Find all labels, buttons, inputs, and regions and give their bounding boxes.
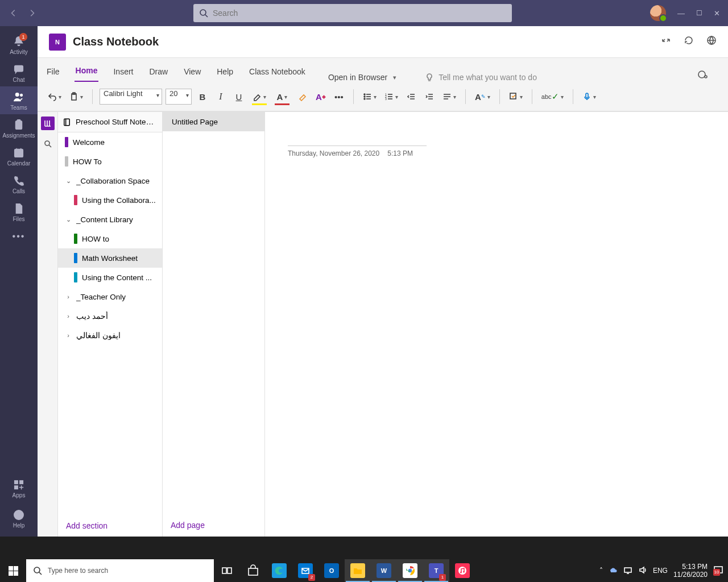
- align-button[interactable]: ▾: [440, 88, 458, 105]
- rail-activity[interactable]: 1 Activity: [0, 31, 38, 59]
- styles-button[interactable]: A◆: [313, 88, 328, 105]
- section-item[interactable]: ›ايفون الفغالي: [58, 326, 162, 345]
- tab-header: N Class Notebook: [38, 26, 728, 58]
- section-item[interactable]: Math Worksheet: [58, 248, 162, 268]
- font-color-button[interactable]: A▾: [272, 88, 292, 105]
- notebook-search-icon[interactable]: [41, 137, 55, 151]
- numbering-button[interactable]: 123▾: [382, 88, 400, 105]
- separator: [499, 89, 500, 104]
- rail-calendar[interactable]: Calendar: [0, 142, 38, 170]
- taskbar-app-outlook[interactable]: O: [318, 559, 345, 582]
- section-item[interactable]: HOW To: [58, 152, 162, 171]
- maximize-button[interactable]: ☐: [696, 9, 702, 17]
- section-label: _Collaboration Space: [76, 177, 150, 185]
- notifications-icon[interactable]: 10: [713, 565, 723, 577]
- clock[interactable]: 5:13 PM 11/26/2020: [673, 563, 708, 579]
- svg-rect-26: [64, 119, 69, 125]
- taskbar-app-edge[interactable]: [266, 559, 292, 582]
- avatar[interactable]: [650, 5, 666, 21]
- rail-files[interactable]: Files: [0, 198, 38, 226]
- network-icon[interactable]: [623, 566, 632, 576]
- taskbar-app-chrome[interactable]: [397, 559, 423, 582]
- taskbar-app-store[interactable]: [240, 559, 266, 582]
- forward-arrow-icon[interactable]: [28, 9, 36, 17]
- onedrive-icon[interactable]: [609, 566, 618, 576]
- open-in-browser[interactable]: Open in Browser ▾: [328, 73, 396, 82]
- taskbar-app-itunes[interactable]: [449, 559, 475, 582]
- section-item[interactable]: ›_Teacher Only: [58, 287, 162, 306]
- font-size-select[interactable]: 20▾: [166, 89, 192, 105]
- taskbar-app-mail[interactable]: 2: [292, 559, 318, 582]
- indent-button[interactable]: [422, 88, 437, 105]
- add-page-button[interactable]: Add page: [163, 514, 264, 537]
- taskbar-app-word[interactable]: W: [371, 559, 397, 582]
- rail-calls[interactable]: Calls: [0, 170, 38, 198]
- notebook-title-row[interactable]: Preschool Stuff Notebook: [58, 112, 162, 132]
- taskbar-search[interactable]: Type here to search: [26, 559, 214, 582]
- svg-point-3: [20, 94, 23, 97]
- ribbon-tab-draw[interactable]: Draw: [148, 67, 169, 82]
- svg-point-25: [45, 141, 49, 146]
- more-formatting[interactable]: •••: [332, 88, 346, 105]
- paste-button[interactable]: ▾: [67, 88, 85, 105]
- section-item[interactable]: Using the Content ...: [58, 268, 162, 287]
- rail-help[interactable]: Help: [0, 504, 38, 532]
- taskbar-app-teams[interactable]: T1: [423, 559, 449, 582]
- close-button[interactable]: ✕: [714, 9, 720, 18]
- rail-more[interactable]: •••: [13, 226, 26, 245]
- add-section-button[interactable]: Add section: [58, 514, 162, 537]
- clear-formatting-button[interactable]: [295, 88, 310, 105]
- tray-chevron-icon[interactable]: ˄: [599, 567, 603, 575]
- dictate-button[interactable]: ▾: [580, 88, 598, 105]
- language-indicator[interactable]: ENG: [653, 567, 668, 575]
- tell-me[interactable]: Tell me what you want to do: [425, 73, 537, 82]
- ribbon-tab-home[interactable]: Home: [75, 66, 99, 82]
- rail-chat[interactable]: Chat: [0, 59, 38, 86]
- tags-button[interactable]: ▾: [507, 88, 525, 105]
- rail-apps[interactable]: Apps: [0, 474, 38, 502]
- highlighter-button[interactable]: ▾: [250, 88, 269, 105]
- section-label: _Teacher Only: [76, 293, 126, 301]
- section-item[interactable]: ⌄_Content Library: [58, 210, 162, 229]
- page-canvas[interactable]: Thursday, November 26, 2020 5:13 PM: [265, 112, 728, 537]
- section-item[interactable]: HOW to: [58, 229, 162, 248]
- notebook-shelf-icon[interactable]: [41, 117, 55, 130]
- taskbar-app-file-explorer[interactable]: [345, 559, 371, 582]
- rail-assignments[interactable]: Assignments: [0, 114, 38, 142]
- undo-button[interactable]: ▾: [46, 88, 64, 105]
- taskbar-app-task-view[interactable]: [214, 559, 240, 582]
- chat-icon: [13, 63, 25, 76]
- volume-icon[interactable]: [638, 566, 647, 576]
- collapse-icon[interactable]: [661, 35, 671, 48]
- toolbar: ▾ ▾ Calibri Light▾ 20▾ B I U ▾ A▾ A◆ •••…: [38, 82, 728, 111]
- globe-icon[interactable]: [706, 35, 717, 48]
- section-item[interactable]: ›أحمد ديب: [58, 306, 162, 326]
- italic-button[interactable]: I: [213, 88, 228, 105]
- section-item[interactable]: Using the Collabora...: [58, 190, 162, 210]
- ribbon-tab-file[interactable]: File: [46, 67, 61, 82]
- back-arrow-icon[interactable]: [10, 9, 18, 17]
- rail-teams[interactable]: Teams: [0, 86, 38, 114]
- refresh-icon[interactable]: [684, 35, 694, 48]
- ribbon-tab-insert[interactable]: Insert: [112, 67, 134, 82]
- catchup-icon[interactable]: [697, 69, 720, 82]
- bullets-button[interactable]: ▾: [361, 88, 379, 105]
- bold-button[interactable]: B: [195, 88, 210, 105]
- search-input[interactable]: [193, 4, 512, 22]
- section-item[interactable]: ⌄_Collaboration Space: [58, 171, 162, 190]
- heading-styles-button[interactable]: A✎▾: [473, 88, 493, 105]
- notebook-icon: [63, 118, 71, 127]
- page-item[interactable]: Untitled Page: [163, 112, 264, 131]
- minimize-button[interactable]: —: [677, 9, 685, 18]
- spellcheck-button[interactable]: abc✓▾: [539, 88, 566, 105]
- outdent-button[interactable]: [404, 88, 419, 105]
- svg-point-27: [34, 567, 40, 573]
- section-item[interactable]: Welcome: [58, 132, 162, 152]
- ribbon-tab-view[interactable]: View: [183, 67, 202, 82]
- underline-button[interactable]: U: [231, 88, 246, 105]
- ribbon-tab-help[interactable]: Help: [216, 67, 234, 82]
- font-name-select[interactable]: Calibri Light▾: [100, 89, 162, 105]
- ribbon-tab-class-notebook[interactable]: Class Notebook: [248, 67, 307, 82]
- page-title-input[interactable]: [288, 128, 427, 146]
- start-button[interactable]: [0, 559, 26, 582]
